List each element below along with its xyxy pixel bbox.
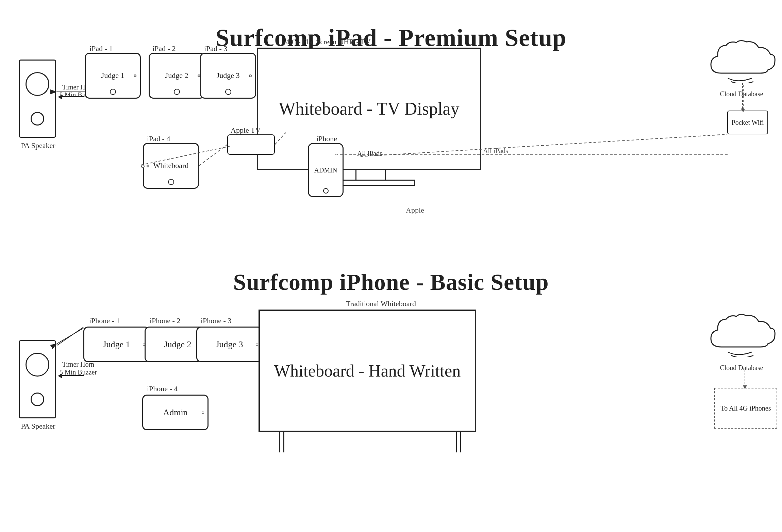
apple-tv-tag-label: Apple	[406, 206, 424, 215]
ipad4-home	[168, 179, 174, 185]
speaker-tweeter	[31, 112, 44, 126]
pa-speaker-top	[19, 60, 56, 138]
cloud-bottom	[708, 313, 776, 357]
ipad3-home	[225, 89, 231, 95]
svg-text:All iPads: All iPads	[483, 147, 508, 154]
iphone1-tag: iPhone - 1	[89, 316, 120, 325]
speaker-woofer-b	[26, 353, 49, 377]
ipad3-label: Judge 3	[217, 71, 240, 81]
speaker-tweeter-b	[31, 393, 44, 406]
svg-line-14	[141, 146, 230, 165]
ipad3-camera	[249, 74, 252, 77]
iphone4-camera	[202, 411, 204, 414]
tv-stand-neck	[355, 170, 386, 180]
svg-marker-11	[743, 385, 747, 389]
bottom-title: Surfcomp iPhone - Basic Setup	[0, 269, 782, 296]
ipad1-tag: iPad - 1	[89, 44, 113, 53]
svg-line-12	[57, 328, 83, 344]
iphone3-bottom: Judge 3	[196, 327, 263, 362]
ipad1: Judge 1	[85, 53, 141, 99]
top-title: Surfcomp iPad - Premium Setup	[0, 10, 782, 52]
ipad2: Judge 2	[149, 53, 205, 99]
ipad3: Judge 3	[200, 53, 256, 99]
iphone-admin-label: ADMIN	[314, 166, 337, 174]
pa-speaker-bottom	[19, 340, 56, 418]
pa-speaker-top-label: PA Speaker	[18, 141, 59, 150]
page-wrapper: Surfcomp iPad - Premium Setup PA Speaker…	[0, 0, 782, 532]
iphone-top-tag: iPhone	[316, 134, 337, 143]
iphone4-label: Admin	[163, 408, 187, 418]
whiteboard-trad-tag: Traditional Whiteboard	[296, 299, 466, 308]
cloud-top	[708, 39, 776, 83]
whiteboard-hand-label: Whiteboard - Hand Written	[274, 360, 461, 382]
iphone4-bottom: Admin	[142, 395, 209, 430]
whiteboard-trad: Whiteboard - Hand Written	[259, 310, 476, 432]
all-ipads-line: All iPads	[340, 148, 731, 162]
timer-arrow-bottom	[60, 375, 84, 376]
tv-label: Whiteboard - TV Display	[279, 98, 460, 119]
timer-arrow-head-bottom	[58, 373, 62, 378]
ipad2-label: Judge 2	[165, 71, 188, 81]
iphone1-bottom: Judge 1	[83, 327, 150, 362]
iphone3-tag: iPhone - 3	[201, 316, 231, 325]
dashed-connection-top	[141, 134, 233, 172]
ipad2-home	[174, 89, 180, 95]
speaker-woofer	[26, 72, 49, 96]
tv-tag: 40" - Flat Screen UHD - TV	[286, 37, 370, 46]
iphone3-label: Judge 3	[216, 339, 243, 350]
iphone-admin-top: ADMIN	[308, 143, 344, 197]
iphone2-tag: iPhone - 2	[150, 316, 180, 325]
wb-leg-left	[279, 432, 284, 452]
apple-tv	[227, 134, 275, 155]
timer-arrow-head-top	[58, 95, 62, 99]
ipad3-tag: iPad - 3	[204, 44, 227, 53]
cloud-top-label: Cloud Database	[711, 90, 772, 98]
ipad2-tag: iPad - 2	[152, 44, 176, 53]
dashed-box-iphones: To All 4G iPhones	[714, 388, 777, 429]
wb-leg-right	[456, 432, 461, 452]
timer-arrow-top	[60, 96, 84, 97]
iphone2-label: Judge 2	[164, 339, 191, 350]
bottom-cloud-arrow	[738, 370, 752, 390]
pocket-wifi-cloud-line	[743, 83, 746, 112]
timer-horn-bottom-label: Timer Horn 5 Min Buzzer	[60, 361, 97, 376]
svg-line-13	[57, 327, 83, 345]
apple-tv-label: Apple TV	[231, 126, 261, 135]
ipad1-label: Judge 1	[101, 71, 124, 81]
ipad1-camera	[134, 74, 136, 77]
iphone-top-home	[323, 188, 329, 194]
ipad1-home	[110, 89, 116, 95]
pa-speaker-bottom-label: PA Speaker	[18, 422, 59, 431]
iphone3-camera	[256, 343, 258, 346]
pocket-wifi: Pocket Wifi	[727, 111, 768, 134]
iphone1-label: Judge 1	[103, 339, 130, 350]
iphone4-tag: iPhone - 4	[147, 384, 178, 393]
